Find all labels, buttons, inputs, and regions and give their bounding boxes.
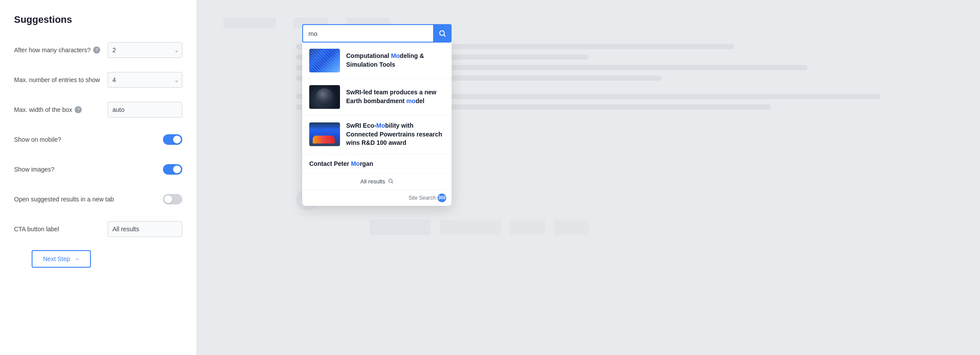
open-new-tab-row: Open suggested results in a new tab [14,190,182,208]
contact-name: Contact Peter Morgan [309,160,445,167]
characters-help-icon[interactable]: ? [93,47,100,54]
result-text-2: SwRI-led team produces a new Earth bomba… [346,88,445,105]
result-item-3[interactable]: SwRI Eco-Mobility with Connected Powertr… [302,115,452,154]
search-input[interactable] [302,24,433,43]
characters-row: After how many characters? ? 2 3 4 [14,41,182,59]
all-results-link[interactable]: All results [360,178,385,185]
show-mobile-toggle[interactable] [163,134,182,145]
cta-label: CTA button label [14,226,108,233]
site-search-logo: 360 [438,194,446,202]
result-title-1: Computational Modeling & Simulation Tool… [346,52,445,69]
highlight-3: Mo [376,122,385,129]
settings-panel: Suggestions After how many characters? ?… [0,0,197,355]
result-title-2: SwRI-led team produces a new Earth bomba… [346,88,445,105]
show-mobile-slider [163,134,182,145]
max-entries-select[interactable]: 4 5 6 [108,72,182,88]
panel-title: Suggestions [14,14,182,25]
result-item-2[interactable]: SwRI-led team produces a new Earth bomba… [302,79,452,115]
all-results-row: All results [302,174,452,190]
open-new-tab-toggle[interactable] [163,194,182,204]
svg-line-1 [444,35,445,36]
show-images-toggle[interactable] [163,164,182,175]
all-results-search-icon [388,178,394,185]
show-images-label: Show images? [14,166,163,173]
preview-panel: Computational Modeling & Simulation Tool… [197,0,980,355]
result-text-3: SwRI Eco-Mobility with Connected Powertr… [346,122,445,147]
show-mobile-label: Show on mobile? [14,136,163,143]
result-thumb-2 [309,85,340,109]
open-new-tab-label: Open suggested results in a new tab [14,196,163,203]
logo-circle: 360 [438,194,446,202]
highlight-2: mo [406,97,416,104]
max-entries-row: Max. number of entries to show 4 5 6 [14,71,182,89]
search-button[interactable] [433,24,452,43]
search-bar [302,24,452,43]
show-images-slider [163,164,182,175]
search-dropdown: Computational Modeling & Simulation Tool… [302,43,452,206]
result-thumb-1 [309,49,340,72]
max-entries-label: Max. number of entries to show [14,76,108,83]
max-width-input[interactable] [108,102,182,118]
show-images-row: Show images? [14,161,182,178]
max-entries-select-wrapper[interactable]: 4 5 6 [108,72,182,88]
search-widget: Computational Modeling & Simulation Tool… [302,24,452,206]
characters-label: After how many characters? ? [14,47,108,54]
result-thumb-3 [309,122,340,146]
footer-row: Site Search 360 [302,190,452,206]
contact-item[interactable]: Contact Peter Morgan [302,154,452,174]
show-mobile-row: Show on mobile? [14,131,182,148]
max-width-help-icon[interactable]: ? [75,106,82,113]
svg-line-3 [392,182,393,183]
cta-row: CTA button label [14,220,182,238]
result-item-1[interactable]: Computational Modeling & Simulation Tool… [302,43,452,79]
site-search-label: Site Search [409,195,436,201]
cta-input[interactable] [108,221,182,237]
next-step-button[interactable]: Next Step → [32,250,91,268]
max-width-label: Max. width of the box ? [14,106,108,113]
open-new-tab-slider [163,194,182,204]
result-title-3: SwRI Eco-Mobility with Connected Powertr… [346,122,445,147]
highlight-1: Mo [391,52,400,59]
contact-highlight: Mo [351,160,360,167]
max-width-row: Max. width of the box ? [14,101,182,118]
characters-select-wrapper[interactable]: 2 3 4 [108,42,182,58]
search-icon [438,29,446,37]
characters-select[interactable]: 2 3 4 [108,42,182,58]
result-text-1: Computational Modeling & Simulation Tool… [346,52,445,69]
arrow-right-icon: → [73,255,80,262]
